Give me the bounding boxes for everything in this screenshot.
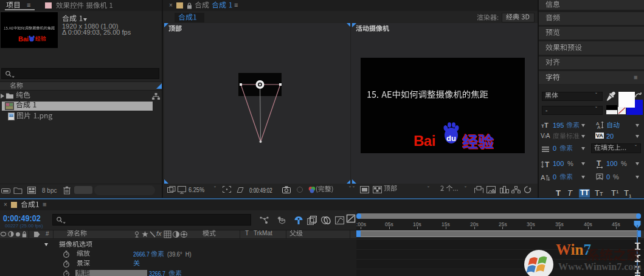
svg-text:A: A [541, 174, 545, 181]
svg-text:A: A [597, 125, 601, 129]
svg-text:T: T [545, 160, 550, 168]
svg-text:du: du [446, 134, 456, 143]
